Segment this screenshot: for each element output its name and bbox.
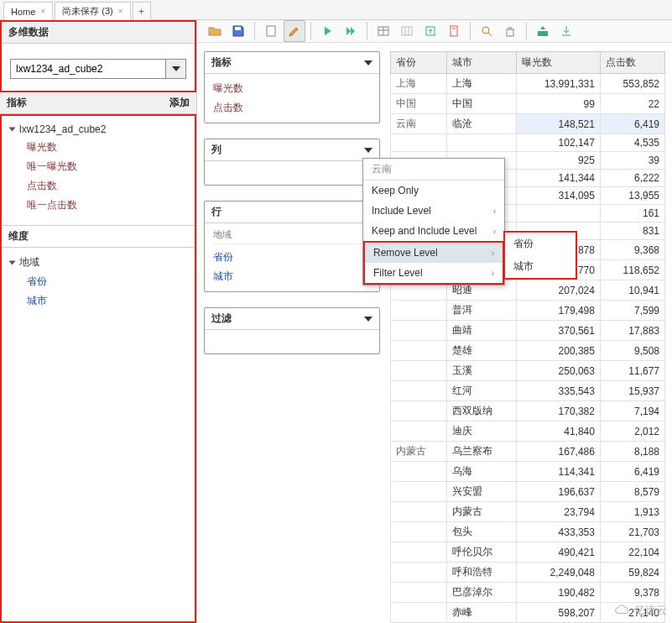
ctx-keep-only[interactable]: Keep Only [363,181,504,201]
cell-province [391,401,447,421]
download-icon[interactable] [555,20,577,42]
add-link[interactable]: 添加 [169,96,190,110]
ctx-remove-level[interactable]: Remove Level › [365,243,503,263]
cube-combobox[interactable] [10,59,186,79]
tab-unsaved[interactable]: 尚未保存 (3) × [55,2,130,20]
cell-click: 118,652 [600,260,664,280]
table-icon[interactable] [372,20,394,42]
metric-item[interactable]: 唯一曝光数 [5,157,191,176]
cell-click: 22,104 [600,542,664,563]
clear-icon[interactable] [499,20,521,42]
toolbar-separator [367,22,367,40]
close-icon[interactable]: × [118,7,123,16]
tab-label: Home [11,7,35,17]
table-row[interactable]: 楚雄200,3859,508 [391,341,665,361]
table-row[interactable]: 中国中国9922 [391,94,665,114]
play-icon[interactable] [316,20,338,42]
col-header[interactable]: 曝光数 [517,52,601,74]
cell-province [391,381,447,401]
panel-header[interactable]: 指标 [205,52,379,74]
table-row[interactable]: 上海上海13,991,331553,852 [391,74,665,94]
add-tab-button[interactable]: + [133,2,151,20]
metric-item[interactable]: 唯一点击数 [5,196,191,215]
cell-expose: 148,521 [517,114,601,134]
export-icon[interactable] [419,20,441,42]
ctx-keep-include-level[interactable]: Keep and Include Level › [363,221,504,241]
data-table-wrap: 省份 城市 曝光数 点击数 上海上海13,991,331553,852中国中国9… [390,51,665,623]
dim-node[interactable]: 地域 [5,253,191,272]
cell-province [391,341,447,361]
col-header[interactable]: 省份 [391,52,447,74]
panel-header[interactable]: 行 [205,202,379,223]
table-row[interactable]: 呼伦贝尔490,42122,104 [391,542,665,563]
panel-header[interactable]: 过滤 [205,308,379,330]
cell-expose: 598,207 [517,603,601,623]
table-row[interactable]: 红河335,54315,937 [391,381,665,401]
metric-chip[interactable]: 曝光数 [213,79,371,98]
cell-province [391,361,447,381]
ctx-include-level[interactable]: Include Level › [363,201,504,221]
cell-expose: 141,344 [517,170,601,187]
ctx-filter-level[interactable]: Filter Level › [365,263,503,283]
cell-province [391,522,447,542]
cell-city: 临沧 [446,114,516,134]
svg-rect-13 [507,29,513,36]
row-chip[interactable]: 省份 [213,248,371,267]
cell-click: 8,579 [600,482,664,502]
close-icon[interactable]: × [40,7,45,16]
edit-icon[interactable] [284,20,305,42]
table-row[interactable]: 102,1474,535 [391,134,665,152]
doc-icon[interactable] [443,20,465,42]
columns-panel: 列 [204,139,380,186]
metrics-panel: 指标 曝光数 点击数 [204,51,380,123]
chevron-down-icon[interactable] [165,60,185,78]
cell-click: 6,222 [600,170,664,187]
col-header[interactable]: 城市 [446,52,516,74]
cell-city: 上海 [446,74,516,94]
cell-click: 11,677 [600,361,664,381]
col-header[interactable]: 点击数 [600,52,664,74]
panel-header[interactable]: 列 [205,139,379,161]
chevron-down-icon [364,148,372,153]
grid-icon[interactable] [396,20,418,42]
table-row[interactable]: 普洱179,4987,599 [391,301,665,321]
metric-item[interactable]: 点击数 [5,176,191,196]
submenu-city[interactable]: 城市 [505,255,576,278]
table-row[interactable]: 迪庆41,8402,012 [391,421,665,442]
cell-click: 4,535 [600,134,664,152]
table-row[interactable]: 兴安盟196,6378,579 [391,482,665,502]
table-row[interactable]: 巴彦淖尔190,4829,378 [391,583,665,603]
metric-chip[interactable]: 点击数 [213,98,371,118]
new-icon[interactable] [260,20,282,42]
table-row[interactable]: 包头433,35321,703 [391,522,665,542]
table-row[interactable]: 呼和浩特2,249,04859,824 [391,563,665,583]
table-row[interactable]: 曲靖370,56117,883 [391,321,665,341]
table-row[interactable]: 西双版纳170,3827,194 [391,401,665,421]
table-row[interactable]: 乌海114,3416,419 [391,462,665,482]
cell-city: 内蒙古 [446,502,516,522]
tab-home[interactable]: Home × [3,2,53,20]
table-row[interactable]: 内蒙古乌兰察布167,4868,188 [391,442,665,462]
cell-click: 13,955 [600,187,664,205]
cell-city: 赤峰 [446,603,516,623]
play-all-icon[interactable] [340,20,362,42]
cell-click: 9,378 [600,583,664,603]
dim-item[interactable]: 城市 [5,291,191,311]
metric-item[interactable]: 曝光数 [5,138,191,157]
submenu-province[interactable]: 省份 [505,233,576,255]
cell-expose: 41,840 [517,421,601,442]
upload-icon[interactable] [532,20,554,42]
cube-node[interactable]: lxw1234_ad_cube2 [5,121,191,138]
row-chip[interactable]: 城市 [213,267,371,286]
table-row[interactable]: 玉溪250,06311,677 [391,361,665,381]
search-icon[interactable] [476,20,497,42]
open-icon[interactable] [204,20,226,42]
cube-input[interactable] [11,60,165,78]
table-row[interactable]: 云南临沧148,5216,419 [391,114,665,134]
table-row[interactable]: 内蒙古23,7941,913 [391,502,665,522]
cell-click: 6,419 [600,114,664,134]
save-icon[interactable] [227,20,249,42]
dim-item[interactable]: 省份 [5,272,191,291]
cell-expose: 925 [517,152,601,170]
data-table: 省份 城市 曝光数 点击数 上海上海13,991,331553,852中国中国9… [390,51,665,623]
